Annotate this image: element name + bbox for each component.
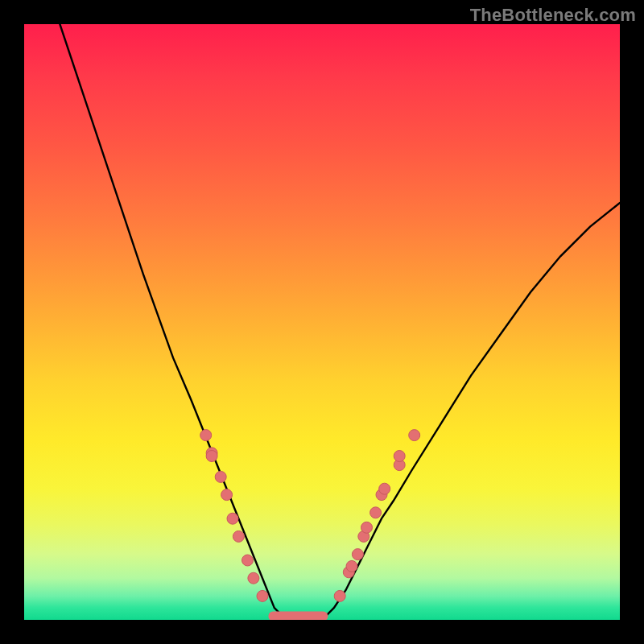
data-marker (257, 590, 268, 601)
data-marker (409, 430, 420, 441)
data-marker (370, 507, 382, 518)
data-marker (248, 572, 259, 584)
data-marker (227, 513, 238, 524)
data-marker (379, 483, 390, 494)
plot-area (24, 24, 620, 620)
watermark-text: TheBottleneck.com (470, 5, 636, 26)
data-marker (394, 451, 405, 462)
data-marker (346, 560, 357, 572)
markers-right (334, 430, 420, 602)
data-marker (361, 522, 373, 533)
markers-left (200, 430, 268, 602)
data-marker (221, 489, 233, 501)
data-marker (215, 471, 226, 482)
data-marker (352, 549, 363, 560)
curve-right-branch (322, 203, 620, 620)
curve-plateau (268, 612, 328, 620)
curve-left-branch (60, 24, 286, 620)
data-marker (206, 451, 217, 462)
chart-stage: TheBottleneck.com (0, 0, 644, 644)
data-marker (233, 530, 244, 542)
curve-layer (24, 24, 620, 620)
data-marker (334, 590, 345, 601)
data-marker (242, 555, 254, 566)
data-marker (200, 430, 212, 441)
